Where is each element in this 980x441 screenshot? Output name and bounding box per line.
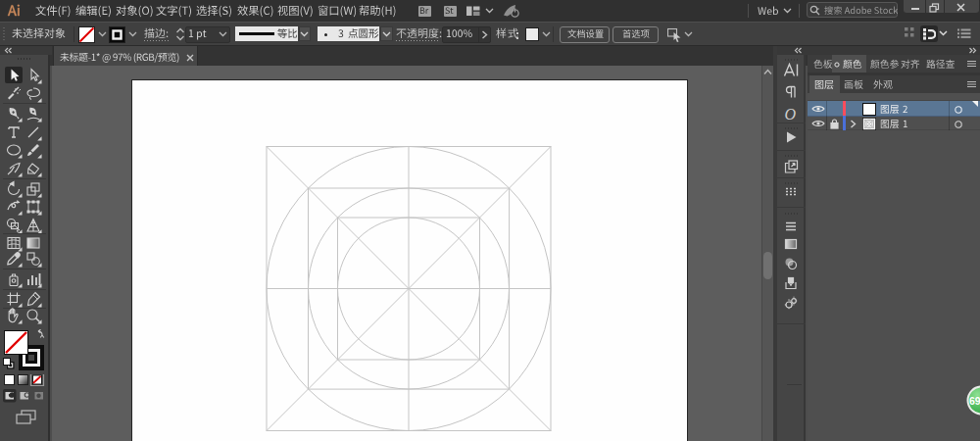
svg-text:O: O	[785, 106, 797, 122]
svg-text:69: 69	[969, 395, 980, 407]
